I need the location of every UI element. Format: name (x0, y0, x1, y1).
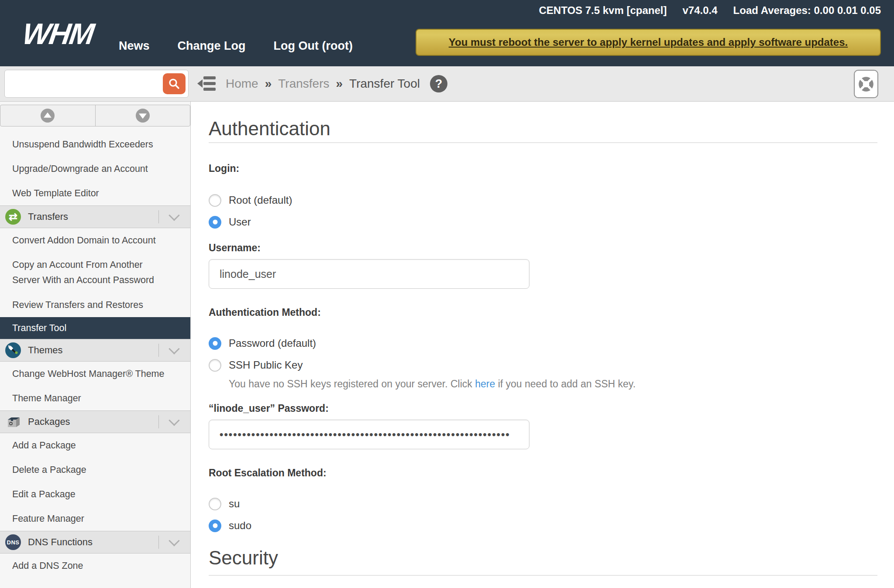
section-divider (158, 415, 159, 428)
username-field[interactable] (209, 259, 530, 289)
nav-change-log[interactable]: Change Log (178, 39, 246, 53)
sidebar-collapse-toggle[interactable] (197, 75, 217, 94)
ssh-key-note: You have no SSH keys registered on your … (229, 378, 877, 390)
breadcrumb: Home » Transfers » Transfer Tool ? (226, 66, 447, 101)
password-label: “linode_user” Password: (209, 402, 877, 414)
radio-off-icon[interactable] (209, 194, 221, 207)
radio-on-icon[interactable] (209, 216, 221, 229)
radio-ssh-public-key[interactable]: SSH Public Key (209, 357, 877, 373)
chevron-down-icon[interactable] (168, 535, 179, 546)
radio-sudo[interactable]: sudo (209, 517, 877, 534)
support-button[interactable] (854, 70, 878, 98)
breadcrumb-home[interactable]: Home (226, 77, 258, 91)
sidebar-item-theme-manager[interactable]: Theme Manager (0, 386, 190, 410)
sidebar-section-packages[interactable]: Packages (0, 410, 190, 433)
main-content: Authentication Login: Root (default) Use… (191, 102, 894, 588)
sidebar-item-convert-addon-domain[interactable]: Convert Addon Domain to Account (0, 228, 190, 253)
top-nav: News Change Log Log Out (root) (119, 39, 353, 53)
security-heading: Security (209, 547, 877, 569)
radio-on-icon[interactable] (209, 520, 221, 532)
sidebar-item-transfer-tool[interactable]: Transfer Tool (0, 317, 190, 339)
radio-root-default[interactable]: Root (default) (209, 192, 877, 209)
login-label: Login: (209, 162, 877, 174)
packages-icon (5, 414, 21, 430)
dns-icon: DNS (5, 534, 21, 550)
radio-label: Root (default) (229, 194, 292, 206)
sidebar-section-label: Transfers (28, 211, 68, 222)
breadcrumb-current: Transfer Tool (349, 77, 420, 91)
whm-logo[interactable]: WHM (21, 17, 96, 51)
login-radio-group: Root (default) User (209, 192, 877, 230)
chevron-down-icon[interactable] (168, 415, 179, 426)
sidebar-scroll-down-button[interactable] (95, 105, 191, 126)
sidebar-item-add-a-dns-zone[interactable]: Add a DNS Zone (0, 554, 190, 578)
sidebar-scrollers (0, 105, 190, 126)
help-icon[interactable]: ? (430, 75, 447, 92)
sidebar-section-label: Packages (28, 416, 70, 427)
chevron-down-icon[interactable] (168, 343, 179, 354)
radio-on-icon[interactable] (209, 337, 221, 350)
section-divider (158, 210, 159, 223)
life-ring-icon (857, 75, 875, 93)
search-button[interactable] (163, 73, 186, 94)
sidebar-item-feature-manager[interactable]: Feature Manager (0, 506, 190, 531)
radio-su[interactable]: su (209, 496, 877, 512)
whm-screen: WHM News Change Log Log Out (root) CENTO… (0, 0, 894, 588)
auth-method-radio-group: Password (default) SSH Public Key (209, 335, 877, 373)
reboot-warning-banner[interactable]: You must reboot the server to apply kern… (416, 29, 881, 56)
sidebar-item-upgrade-downgrade-account[interactable]: Upgrade/Downgrade an Account (0, 157, 190, 181)
sidebar-menu: Unsuspend Bandwidth Exceeders Upgrade/Do… (0, 132, 190, 578)
chevron-down-icon[interactable] (168, 210, 179, 221)
sidebar-item-unsuspend-bandwidth-exceeders[interactable]: Unsuspend Bandwidth Exceeders (0, 132, 190, 157)
username-label: Username: (209, 242, 877, 254)
search-input[interactable] (5, 70, 163, 97)
escalation-radio-group: su sudo (209, 496, 877, 534)
authentication-heading: Authentication (209, 118, 877, 140)
server-version-label: v74.0.4 (683, 4, 718, 17)
toolbar: Home » Transfers » Transfer Tool ? (0, 66, 894, 102)
radio-password-default[interactable]: Password (default) (209, 335, 877, 352)
collapse-menu-icon (197, 75, 217, 94)
sidebar-item-add-a-package[interactable]: Add a Package (0, 433, 190, 458)
transfers-icon: ⇄ (5, 209, 21, 225)
sidebar-item-change-whm-theme[interactable]: Change WebHost Manager® Theme (0, 362, 190, 386)
section-rule (209, 142, 877, 143)
search-group (4, 70, 189, 98)
radio-label: sudo (229, 520, 251, 532)
arrow-down-icon (136, 109, 150, 123)
ssh-note-text: You have no SSH keys registered on your … (229, 378, 475, 390)
breadcrumb-transfers[interactable]: Transfers (278, 77, 329, 91)
radio-off-icon[interactable] (209, 359, 221, 372)
sidebar-section-label: Themes (28, 345, 62, 356)
radio-label: Password (default) (229, 337, 316, 349)
sidebar-section-label: DNS Functions (28, 537, 93, 548)
breadcrumb-separator: » (336, 77, 343, 91)
sidebar-section-transfers[interactable]: ⇄ Transfers (0, 205, 190, 228)
sidebar-section-themes[interactable]: Themes (0, 339, 190, 362)
server-info: CENTOS 7.5 kvm [cpanel] v74.0.4 Load Ave… (539, 4, 881, 17)
radio-label: User (229, 216, 251, 228)
radio-user[interactable]: User (209, 214, 877, 230)
password-field[interactable] (209, 420, 530, 449)
sidebar-item-delete-a-package[interactable]: Delete a Package (0, 458, 190, 482)
ssh-note-text: if you need to add an SSH key. (495, 378, 636, 390)
sidebar-scroll-up-button[interactable] (0, 105, 96, 126)
root-escalation-method-label: Root Escalation Method: (209, 467, 877, 479)
section-rule (209, 575, 877, 576)
section-divider (158, 536, 159, 549)
nav-news[interactable]: News (119, 39, 150, 53)
sidebar-item-web-template-editor[interactable]: Web Template Editor (0, 181, 190, 205)
nav-log-out[interactable]: Log Out (root) (274, 39, 353, 53)
themes-icon (5, 342, 21, 358)
section-divider (158, 344, 159, 357)
sidebar-item-review-transfers[interactable]: Review Transfers and Restores (0, 293, 190, 317)
sidebar-section-dns-functions[interactable]: DNS DNS Functions (0, 531, 190, 554)
sidebar-item-copy-account[interactable]: Copy an Account From Another Server With… (0, 253, 167, 293)
sidebar: Unsuspend Bandwidth Exceeders Upgrade/Do… (0, 102, 191, 588)
sidebar-item-edit-a-package[interactable]: Edit a Package (0, 482, 190, 506)
arrow-up-icon (41, 109, 55, 123)
load-averages-label: Load Averages: 0.00 0.01 0.05 (733, 4, 881, 17)
ssh-key-here-link[interactable]: here (475, 378, 495, 390)
radio-off-icon[interactable] (209, 498, 221, 510)
breadcrumb-separator: » (265, 77, 272, 91)
